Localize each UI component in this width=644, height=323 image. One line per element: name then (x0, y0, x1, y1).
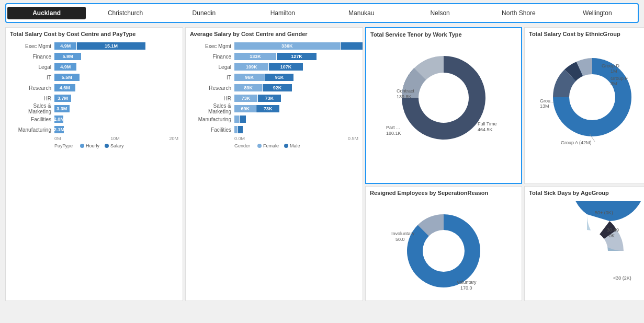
salary-paytype-legend: PayTypeHourlySalary (54, 143, 178, 148)
bar-label: Finance (10, 54, 54, 60)
svg-text:Group D: Group D (602, 63, 620, 68)
ethnic-group-donut: Group D 1M Group F 3M Grou... 13M Group … (529, 42, 644, 147)
bar-container: 2.0M (54, 116, 178, 123)
nav-tab-wellington[interactable]: Wellington (558, 7, 637, 19)
svg-text:464.5K: 464.5K (478, 127, 493, 132)
legend-label: Female (263, 143, 279, 148)
xaxis-label: 20M (169, 136, 178, 141)
svg-text:Voluntary: Voluntary (457, 280, 477, 285)
bar-label: IT (10, 75, 54, 80)
male-bar: 329K (341, 42, 363, 50)
hourly-bar: 5.5M (54, 74, 80, 81)
bar-row: Sales & Marketing 69K 73K (190, 104, 358, 113)
bar-container: 73K 73K (234, 95, 358, 102)
legend-dot (284, 144, 288, 148)
svg-text:13M: 13M (540, 103, 549, 109)
hourly-bar: 4.9M (54, 63, 76, 71)
bar-row: Legal 109K 107K (190, 62, 358, 72)
svg-text:30-49: 30-49 (607, 227, 619, 233)
svg-text:170.0: 170.0 (460, 285, 472, 291)
bar-row: Legal 4.9M (10, 62, 178, 72)
hourly-bar: 2.1M (54, 126, 64, 133)
salary-paytype-title: Total Salary Cost by Cost Centre and Pay… (10, 31, 178, 37)
nav-tab-dunedin[interactable]: Dunedin (165, 7, 243, 19)
service-tenor-panel: Total Service Tenor by Work Type Contr (365, 27, 522, 184)
bar-row: Manufacturing (190, 114, 358, 124)
svg-point-16 (423, 230, 465, 272)
bar-container: 4.9M 15.1M (54, 42, 178, 50)
bar-row: Facilities 2.0M (10, 114, 178, 124)
male-bar: 107K (269, 63, 302, 71)
bar-row: Research 89K 92K (190, 83, 358, 93)
sick-days-panel: Total Sick Days by AgeGroup 50+ (0K) 30-… (524, 186, 644, 301)
bar-row: Exec Mgmt 336K 329K (190, 41, 358, 51)
bar-label: Facilities (10, 117, 54, 122)
bar-row: Research 4.6M (10, 83, 178, 93)
avg-salary-gender-title: Average Salary by Cost Centre and Gender (190, 31, 358, 37)
male-bar: 91K (265, 74, 294, 81)
xaxis-label: 10M (110, 136, 120, 141)
svg-text:Contract: Contract (397, 88, 415, 94)
resigned-panel: Resigned Employees by SeperationReason I… (365, 186, 522, 301)
sick-days-title: Total Sick Days by AgeGroup (529, 190, 644, 196)
avg-salary-gender-xaxis: 0.0M0.5M (234, 136, 358, 141)
hourly-bar: 4.9M (54, 42, 76, 50)
legend-dot (80, 144, 84, 148)
bar-label: Research (10, 85, 54, 91)
bar-label: Exec Mgmt (10, 43, 54, 49)
bar-label: HR (190, 96, 234, 101)
female-bar: 89K (234, 84, 262, 91)
bar-row: Exec Mgmt 4.9M 15.1M (10, 41, 178, 51)
male-bar: 127K (277, 53, 317, 60)
svg-text:Involuntary: Involuntary (391, 231, 415, 236)
bar-label: Research (190, 85, 234, 91)
nav-tab-nelson[interactable]: Nelson (401, 7, 479, 19)
female-bar: 96K (234, 74, 265, 81)
bar-row: Facilities (190, 125, 358, 134)
bar-container: 2.1M (54, 126, 178, 133)
salary-bar: 15.1M (77, 42, 145, 50)
bar-label: Sales & Marketing (10, 103, 54, 114)
bar-container: 4.9M (54, 63, 178, 71)
nav-tab-hamilton[interactable]: Hamilton (243, 7, 322, 19)
bar-label: Legal (10, 64, 54, 70)
nav-tab-auckland[interactable]: Auckland (7, 7, 86, 19)
legend-label: Male (290, 143, 300, 148)
bar-container: 3.3M (54, 105, 178, 112)
main-content-grid: Total Salary Cost by Cost Centre and Pay… (0, 26, 644, 322)
avg-salary-gender-panel: Average Salary by Cost Centre and Gender… (185, 27, 363, 301)
svg-text:Part ...: Part ... (386, 125, 400, 130)
hourly-bar: 5.9M (54, 53, 81, 60)
female-bar: 109K (234, 63, 268, 71)
salary-paytype-xaxis: 0M10M20M (54, 136, 178, 141)
svg-text:180.1K: 180.1K (386, 131, 401, 136)
legend-label: Hourly (86, 143, 99, 148)
bar-container: 133K 127K (234, 53, 358, 60)
nav-tab-manukau[interactable]: Manukau (322, 7, 401, 19)
bar-label: Exec Mgmt (190, 43, 234, 49)
svg-text:Full Time: Full Time (478, 121, 497, 126)
bar-container: 5.9M (54, 53, 178, 60)
legend-item: Hourly (80, 143, 99, 148)
bar-label: Legal (190, 64, 234, 70)
bar-row: Finance 5.9M (10, 52, 178, 61)
hourly-bar: 3.7M (54, 95, 71, 102)
male-bar (238, 126, 243, 133)
xaxis-label: 0.5M (348, 136, 358, 141)
nav-tab-christchurch[interactable]: Christchurch (86, 7, 164, 19)
male-bar: 92K (263, 84, 291, 91)
hourly-bar: 3.3M (54, 105, 70, 112)
salary-paytype-chart: Exec Mgmt 4.9M 15.1M Finance 5.9M Legal … (10, 39, 178, 134)
bar-container: 4.6M (54, 84, 178, 91)
nav-tab-north-shore[interactable]: North Shore (479, 7, 558, 19)
xaxis-label: 0M (54, 136, 61, 141)
bar-container: 5.5M (54, 74, 178, 81)
legend-label: Salary (110, 143, 124, 148)
bar-row: Sales & Marketing 3.3M (10, 104, 178, 113)
resigned-title: Resigned Employees by SeperationReason (370, 190, 517, 196)
bar-row: IT 5.5M (10, 73, 178, 82)
female-bar (234, 126, 238, 133)
sick-days-donut: 50+ (0K) 30-49 0K <30 (2K) (529, 201, 644, 293)
service-tenor-donut: Contract 139.8K Full Time 464.5K Part ..… (370, 43, 517, 147)
legend-item: Female (257, 143, 279, 148)
